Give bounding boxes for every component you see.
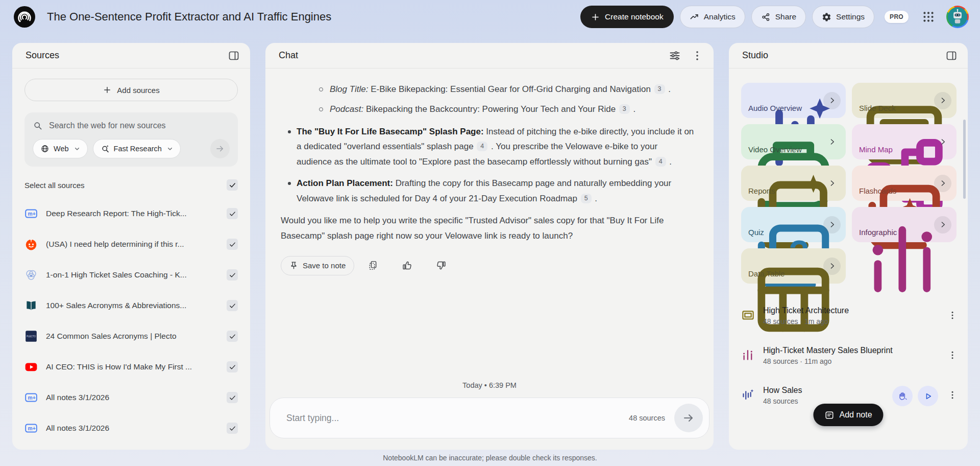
studio-tile-flashcards[interactable]: Flashcards	[852, 166, 957, 201]
chat-title: Chat	[279, 50, 669, 61]
citation-chip[interactable]: 4	[655, 157, 666, 167]
source-checkbox[interactable]	[227, 361, 238, 372]
send-button[interactable]	[674, 404, 703, 432]
notebooklm-logo-icon[interactable]	[13, 6, 36, 28]
studio-item-title: High Ticket Architecture	[763, 306, 939, 315]
create-notebook-button[interactable]: Create notebook	[580, 6, 674, 28]
source-row[interactable]: 1-on-1 High Ticket Sales Coaching - K...	[12, 260, 250, 290]
source-row[interactable]: PLECTO24 Common Sales Acronyms | Plecto	[12, 321, 250, 352]
source-checkbox[interactable]	[227, 269, 238, 281]
studio-scrollbar[interactable]	[963, 120, 966, 199]
note-blue-icon: m+	[24, 207, 38, 220]
add-sources-button[interactable]: Add sources	[24, 79, 238, 101]
source-row[interactable]: m+Deep Research Report: The High-Tick...	[12, 198, 250, 229]
source-title: Deep Research Report: The High-Tick...	[46, 209, 218, 218]
chevron-right-icon[interactable]	[823, 92, 841, 109]
youtube-icon	[24, 360, 38, 374]
kebab-menu-icon[interactable]	[947, 350, 958, 360]
avatar[interactable]	[946, 6, 969, 28]
interactive-button[interactable]	[892, 386, 913, 406]
analytics-button[interactable]: Analytics	[680, 6, 745, 28]
source-checkbox[interactable]	[227, 208, 238, 219]
sources-title: Sources	[26, 50, 228, 61]
chat-sub-bullet: Blog Title: E-Bike Bikepacking: Essentia…	[274, 82, 695, 97]
plecto-icon: PLECTO	[24, 330, 38, 343]
source-row[interactable]: m+All notes 3/1/2026	[12, 382, 250, 413]
source-row[interactable]: (USA) I need help determining if this r.…	[12, 229, 250, 260]
source-checkbox[interactable]	[227, 392, 238, 403]
select-all-checkbox[interactable]	[227, 179, 238, 191]
source-checkbox[interactable]	[227, 423, 238, 434]
source-title: 100+ Sales Acronyms & Abbreviations...	[46, 301, 218, 310]
chevron-right-icon[interactable]	[823, 175, 841, 192]
sources-list: m+Deep Research Report: The High-Tick...…	[12, 198, 250, 444]
source-row[interactable]: AI CEO: THIS is How I'd Make My First ..…	[12, 352, 250, 382]
play-button[interactable]	[918, 386, 938, 406]
chat-input[interactable]	[286, 413, 629, 424]
research-mode-dropdown[interactable]: Fast Research	[93, 139, 181, 158]
chevron-right-icon[interactable]	[823, 216, 841, 234]
source-checkbox[interactable]	[227, 239, 238, 250]
source-row[interactable]: 100+ Sales Acronyms & Abbreviations...	[12, 290, 250, 321]
studio-tile-slide-deck[interactable]: Slide Deck	[852, 83, 957, 118]
studio-tile-audio-overview[interactable]: Audio Overview	[741, 83, 846, 118]
copy-icon[interactable]	[368, 260, 378, 271]
share-button[interactable]: Share	[751, 6, 806, 28]
studio-tile-data-table[interactable]: Data Table	[741, 248, 846, 284]
venn-icon	[24, 268, 38, 282]
svg-text:PLECTO: PLECTO	[27, 335, 36, 338]
tile-label: Data Table	[748, 269, 785, 278]
search-submit-button[interactable]	[210, 139, 230, 158]
note-blue-icon: m+	[24, 422, 38, 435]
arrow-right-icon	[682, 412, 695, 424]
chevron-right-icon[interactable]	[934, 133, 951, 151]
add-note-button[interactable]: Add note	[813, 404, 883, 426]
studio-tile-mind-map[interactable]: Mind Map	[852, 124, 957, 159]
collapse-panel-icon[interactable]	[228, 50, 240, 62]
citation-chip[interactable]: 5	[581, 194, 592, 203]
studio-panel: Studio Audio OverviewSlide DeckVideo Ove…	[729, 43, 968, 450]
studio-header: Studio	[729, 43, 968, 68]
chat-settings-icon[interactable]	[669, 50, 681, 62]
kebab-menu-icon[interactable]	[947, 310, 958, 320]
citation-chip[interactable]: 3	[654, 84, 665, 94]
studio-tile-video-overview[interactable]: Video Overview	[741, 124, 846, 159]
studio-item-meta: 48 sources · 11m ago	[763, 357, 939, 365]
source-checkbox[interactable]	[227, 300, 238, 311]
kebab-menu-icon[interactable]	[691, 50, 703, 62]
plus-icon	[591, 12, 600, 22]
chevron-right-icon[interactable]	[823, 133, 841, 151]
source-checkbox[interactable]	[227, 331, 238, 342]
thumbs-up-icon[interactable]	[402, 260, 412, 271]
citation-chip[interactable]: 4	[477, 142, 487, 151]
thumbs-down-icon[interactable]	[436, 260, 447, 271]
chat-scroll-area[interactable]: Blog Title: E-Bike Bikepacking: Essentia…	[265, 68, 714, 376]
studio-item[interactable]: High Ticket Architecture48 sources · 1m …	[741, 306, 958, 325]
chevron-right-icon[interactable]	[934, 92, 951, 109]
studio-tile-quiz[interactable]: ?Quiz	[741, 207, 846, 242]
chevron-right-icon[interactable]	[823, 258, 841, 275]
source-row[interactable]: m+All notes 3/1/2026	[12, 413, 250, 444]
studio-tile-reports[interactable]: Reports	[741, 166, 846, 201]
settings-button[interactable]: Settings	[812, 6, 874, 28]
svg-text:m+: m+	[28, 426, 36, 431]
web-filter-dropdown[interactable]: Web	[33, 139, 88, 158]
reddit-icon	[24, 238, 38, 251]
studio-item[interactable]: How Sales48 sources	[741, 386, 958, 405]
chevron-right-icon[interactable]	[934, 216, 951, 234]
chevron-right-icon[interactable]	[934, 175, 951, 192]
citation-chip[interactable]: 3	[619, 104, 630, 114]
sources-panel: Sources Add sources Web Fast Research	[12, 43, 250, 450]
studio-tile-infographic[interactable]: Infographic	[852, 207, 957, 242]
pin-icon	[289, 261, 298, 270]
audio-icon	[741, 388, 755, 402]
studio-tiles: Audio OverviewSlide DeckVideo OverviewMi…	[741, 83, 957, 284]
studio-item[interactable]: High-Ticket Mastery Sales Blueprint48 so…	[741, 346, 958, 365]
notebook-title[interactable]: The One-Sentence Profit Extractor and AI…	[47, 10, 574, 24]
collapse-panel-icon[interactable]	[945, 50, 958, 62]
google-apps-grid-icon[interactable]	[922, 10, 935, 24]
search-input[interactable]	[49, 121, 230, 130]
studio-title: Studio	[742, 50, 945, 61]
save-to-note-button[interactable]: Save to note	[281, 256, 354, 275]
kebab-menu-icon[interactable]	[947, 390, 958, 400]
